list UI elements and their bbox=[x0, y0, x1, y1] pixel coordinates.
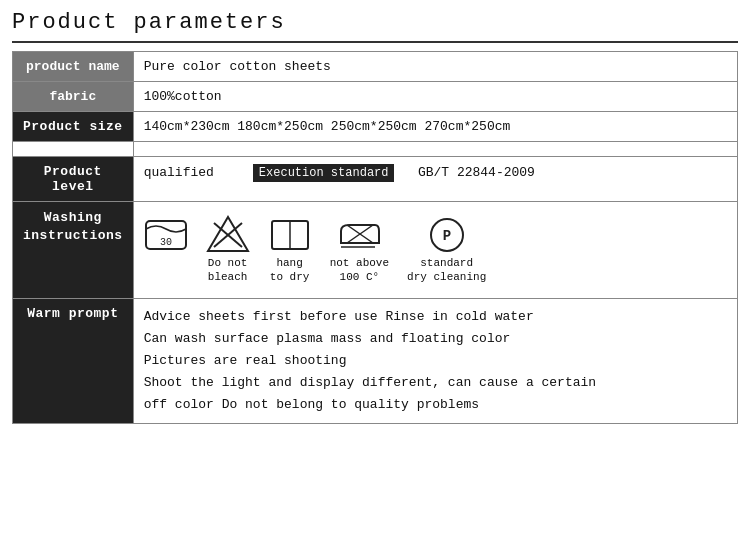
icon-no-bleach-caption: Do notbleach bbox=[208, 256, 248, 285]
row-spacer bbox=[13, 142, 738, 157]
icon-hang-dry: hangto dry bbox=[268, 215, 312, 285]
value-product-size: 140cm*230cm 180cm*250cm 250cm*250cm 270c… bbox=[133, 112, 737, 142]
icon-dry-clean: P standarddry cleaning bbox=[407, 215, 486, 285]
value-product-level: qualified Execution standard GB/T 22844-… bbox=[133, 157, 737, 202]
icon-hang-dry-caption: hangto dry bbox=[270, 256, 310, 285]
icon-no-above-100: not above100 C° bbox=[330, 215, 389, 285]
icon-dry-clean-caption: standarddry cleaning bbox=[407, 256, 486, 285]
row-washing: Washinginstructions 30 bbox=[13, 202, 738, 299]
row-fabric: fabric 100%cotton bbox=[13, 82, 738, 112]
dry-clean-icon: P bbox=[425, 215, 469, 253]
no-bleach-icon bbox=[206, 215, 250, 253]
params-table: product name Pure color cotton sheets fa… bbox=[12, 51, 738, 424]
label-warm-prompt: Warm prompt bbox=[13, 298, 134, 423]
value-warm-prompt: Advice sheets first before use Rinse in … bbox=[133, 298, 737, 423]
execution-standard-value: GB/T 22844-2009 bbox=[418, 165, 535, 180]
icon-no-above-100-caption: not above100 C° bbox=[330, 256, 389, 285]
warm-prompt-lines: Advice sheets first before use Rinse in … bbox=[144, 306, 727, 416]
execution-standard-label: Execution standard bbox=[253, 164, 395, 182]
label-product-level: Product level bbox=[13, 157, 134, 202]
value-fabric: 100%cotton bbox=[133, 82, 737, 112]
svg-text:30: 30 bbox=[160, 237, 172, 248]
warm-line-3: Pictures are real shooting bbox=[144, 350, 727, 372]
icon-wash-30: 30 bbox=[144, 215, 188, 256]
label-washing: Washinginstructions bbox=[13, 202, 134, 299]
warm-line-4: Shoot the light and display different, c… bbox=[144, 372, 727, 394]
page-wrapper: Product parameters product name Pure col… bbox=[0, 0, 750, 434]
page-title: Product parameters bbox=[12, 10, 738, 43]
warm-line-1: Advice sheets first before use Rinse in … bbox=[144, 306, 727, 328]
washing-icons-container: 30 Do notbleach bbox=[144, 209, 727, 291]
hang-dry-icon bbox=[268, 215, 312, 253]
label-product-name: product name bbox=[13, 52, 134, 82]
warm-line-5: off color Do not belong to quality probl… bbox=[144, 394, 727, 416]
icon-no-bleach: Do notbleach bbox=[206, 215, 250, 285]
value-washing: 30 Do notbleach bbox=[133, 202, 737, 299]
wash-30-icon: 30 bbox=[144, 215, 188, 253]
row-product-level: Product level qualified Execution standa… bbox=[13, 157, 738, 202]
row-product-size: Product size 140cm*230cm 180cm*250cm 250… bbox=[13, 112, 738, 142]
row-warm-prompt: Warm prompt Advice sheets first before u… bbox=[13, 298, 738, 423]
label-product-size: Product size bbox=[13, 112, 134, 142]
warm-line-2: Can wash surface plasma mass and floatin… bbox=[144, 328, 727, 350]
svg-text:P: P bbox=[442, 228, 450, 244]
row-product-name: product name Pure color cotton sheets bbox=[13, 52, 738, 82]
qualified-text: qualified bbox=[144, 165, 214, 180]
value-product-name: Pure color cotton sheets bbox=[133, 52, 737, 82]
label-fabric: fabric bbox=[13, 82, 134, 112]
no-above-100-icon bbox=[337, 215, 381, 253]
